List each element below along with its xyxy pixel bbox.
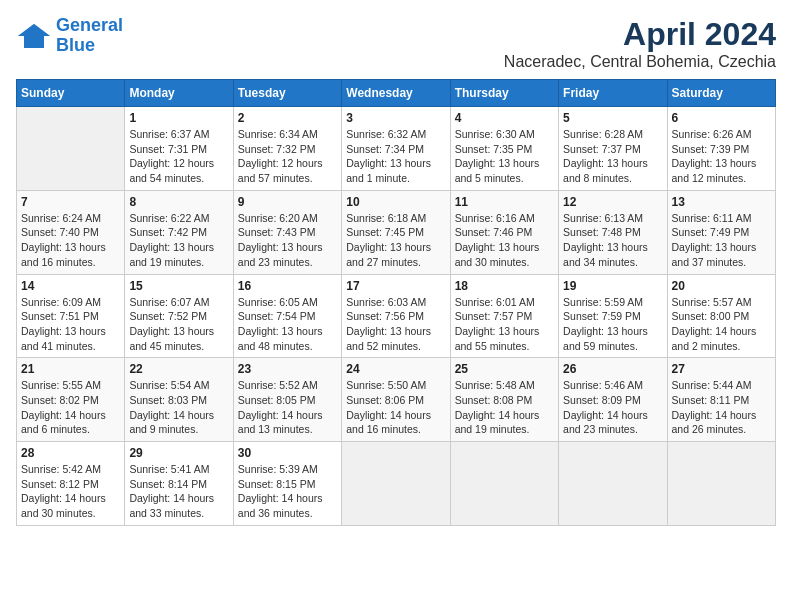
day-number: 13 bbox=[672, 195, 771, 209]
day-info: Sunrise: 5:50 AM Sunset: 8:06 PM Dayligh… bbox=[346, 378, 445, 437]
day-number: 12 bbox=[563, 195, 662, 209]
calendar-cell: 14Sunrise: 6:09 AM Sunset: 7:51 PM Dayli… bbox=[17, 274, 125, 358]
day-info: Sunrise: 5:54 AM Sunset: 8:03 PM Dayligh… bbox=[129, 378, 228, 437]
calendar-week-3: 14Sunrise: 6:09 AM Sunset: 7:51 PM Dayli… bbox=[17, 274, 776, 358]
day-info: Sunrise: 6:24 AM Sunset: 7:40 PM Dayligh… bbox=[21, 211, 120, 270]
day-number: 1 bbox=[129, 111, 228, 125]
day-info: Sunrise: 6:13 AM Sunset: 7:48 PM Dayligh… bbox=[563, 211, 662, 270]
calendar-cell: 11Sunrise: 6:16 AM Sunset: 7:46 PM Dayli… bbox=[450, 190, 558, 274]
calendar-cell bbox=[667, 442, 775, 526]
calendar-week-2: 7Sunrise: 6:24 AM Sunset: 7:40 PM Daylig… bbox=[17, 190, 776, 274]
day-number: 4 bbox=[455, 111, 554, 125]
calendar-cell: 9Sunrise: 6:20 AM Sunset: 7:43 PM Daylig… bbox=[233, 190, 341, 274]
day-info: Sunrise: 6:32 AM Sunset: 7:34 PM Dayligh… bbox=[346, 127, 445, 186]
day-info: Sunrise: 6:37 AM Sunset: 7:31 PM Dayligh… bbox=[129, 127, 228, 186]
day-info: Sunrise: 5:41 AM Sunset: 8:14 PM Dayligh… bbox=[129, 462, 228, 521]
calendar-cell: 22Sunrise: 5:54 AM Sunset: 8:03 PM Dayli… bbox=[125, 358, 233, 442]
day-info: Sunrise: 6:34 AM Sunset: 7:32 PM Dayligh… bbox=[238, 127, 337, 186]
day-info: Sunrise: 5:44 AM Sunset: 8:11 PM Dayligh… bbox=[672, 378, 771, 437]
day-info: Sunrise: 5:39 AM Sunset: 8:15 PM Dayligh… bbox=[238, 462, 337, 521]
day-info: Sunrise: 5:59 AM Sunset: 7:59 PM Dayligh… bbox=[563, 295, 662, 354]
calendar-cell: 25Sunrise: 5:48 AM Sunset: 8:08 PM Dayli… bbox=[450, 358, 558, 442]
calendar-week-1: 1Sunrise: 6:37 AM Sunset: 7:31 PM Daylig… bbox=[17, 107, 776, 191]
day-info: Sunrise: 6:16 AM Sunset: 7:46 PM Dayligh… bbox=[455, 211, 554, 270]
weekday-header-tuesday: Tuesday bbox=[233, 80, 341, 107]
calendar-cell: 15Sunrise: 6:07 AM Sunset: 7:52 PM Dayli… bbox=[125, 274, 233, 358]
day-number: 11 bbox=[455, 195, 554, 209]
month-title: April 2024 bbox=[504, 16, 776, 53]
weekday-header-friday: Friday bbox=[559, 80, 667, 107]
day-number: 15 bbox=[129, 279, 228, 293]
calendar-cell: 19Sunrise: 5:59 AM Sunset: 7:59 PM Dayli… bbox=[559, 274, 667, 358]
day-info: Sunrise: 6:22 AM Sunset: 7:42 PM Dayligh… bbox=[129, 211, 228, 270]
calendar-cell: 30Sunrise: 5:39 AM Sunset: 8:15 PM Dayli… bbox=[233, 442, 341, 526]
calendar-cell: 7Sunrise: 6:24 AM Sunset: 7:40 PM Daylig… bbox=[17, 190, 125, 274]
day-info: Sunrise: 5:42 AM Sunset: 8:12 PM Dayligh… bbox=[21, 462, 120, 521]
logo-blue-text: Blue bbox=[56, 35, 95, 55]
calendar-cell: 23Sunrise: 5:52 AM Sunset: 8:05 PM Dayli… bbox=[233, 358, 341, 442]
day-number: 25 bbox=[455, 362, 554, 376]
calendar-cell: 5Sunrise: 6:28 AM Sunset: 7:37 PM Daylig… bbox=[559, 107, 667, 191]
calendar-body: 1Sunrise: 6:37 AM Sunset: 7:31 PM Daylig… bbox=[17, 107, 776, 526]
day-info: Sunrise: 5:46 AM Sunset: 8:09 PM Dayligh… bbox=[563, 378, 662, 437]
calendar-cell bbox=[559, 442, 667, 526]
day-number: 8 bbox=[129, 195, 228, 209]
day-number: 27 bbox=[672, 362, 771, 376]
calendar-cell: 3Sunrise: 6:32 AM Sunset: 7:34 PM Daylig… bbox=[342, 107, 450, 191]
day-info: Sunrise: 6:18 AM Sunset: 7:45 PM Dayligh… bbox=[346, 211, 445, 270]
calendar-cell: 28Sunrise: 5:42 AM Sunset: 8:12 PM Dayli… bbox=[17, 442, 125, 526]
day-number: 30 bbox=[238, 446, 337, 460]
calendar-cell bbox=[342, 442, 450, 526]
day-number: 19 bbox=[563, 279, 662, 293]
calendar-cell: 10Sunrise: 6:18 AM Sunset: 7:45 PM Dayli… bbox=[342, 190, 450, 274]
title-area: April 2024 Naceradec, Central Bohemia, C… bbox=[504, 16, 776, 71]
day-info: Sunrise: 6:11 AM Sunset: 7:49 PM Dayligh… bbox=[672, 211, 771, 270]
weekday-header-thursday: Thursday bbox=[450, 80, 558, 107]
calendar-cell: 1Sunrise: 6:37 AM Sunset: 7:31 PM Daylig… bbox=[125, 107, 233, 191]
calendar-week-5: 28Sunrise: 5:42 AM Sunset: 8:12 PM Dayli… bbox=[17, 442, 776, 526]
day-number: 28 bbox=[21, 446, 120, 460]
day-info: Sunrise: 6:03 AM Sunset: 7:56 PM Dayligh… bbox=[346, 295, 445, 354]
day-info: Sunrise: 5:48 AM Sunset: 8:08 PM Dayligh… bbox=[455, 378, 554, 437]
day-number: 17 bbox=[346, 279, 445, 293]
day-number: 2 bbox=[238, 111, 337, 125]
day-info: Sunrise: 6:28 AM Sunset: 7:37 PM Dayligh… bbox=[563, 127, 662, 186]
logo-icon bbox=[16, 22, 52, 50]
weekday-header-wednesday: Wednesday bbox=[342, 80, 450, 107]
calendar-cell: 20Sunrise: 5:57 AM Sunset: 8:00 PM Dayli… bbox=[667, 274, 775, 358]
logo-general: General bbox=[56, 15, 123, 35]
calendar-cell: 6Sunrise: 6:26 AM Sunset: 7:39 PM Daylig… bbox=[667, 107, 775, 191]
weekday-header-sunday: Sunday bbox=[17, 80, 125, 107]
calendar-cell: 8Sunrise: 6:22 AM Sunset: 7:42 PM Daylig… bbox=[125, 190, 233, 274]
calendar-cell: 26Sunrise: 5:46 AM Sunset: 8:09 PM Dayli… bbox=[559, 358, 667, 442]
day-info: Sunrise: 6:07 AM Sunset: 7:52 PM Dayligh… bbox=[129, 295, 228, 354]
calendar-cell: 16Sunrise: 6:05 AM Sunset: 7:54 PM Dayli… bbox=[233, 274, 341, 358]
calendar-cell bbox=[17, 107, 125, 191]
day-info: Sunrise: 6:05 AM Sunset: 7:54 PM Dayligh… bbox=[238, 295, 337, 354]
location-title: Naceradec, Central Bohemia, Czechia bbox=[504, 53, 776, 71]
day-info: Sunrise: 6:26 AM Sunset: 7:39 PM Dayligh… bbox=[672, 127, 771, 186]
day-number: 9 bbox=[238, 195, 337, 209]
day-number: 29 bbox=[129, 446, 228, 460]
calendar-cell: 18Sunrise: 6:01 AM Sunset: 7:57 PM Dayli… bbox=[450, 274, 558, 358]
weekday-header-row: SundayMondayTuesdayWednesdayThursdayFrid… bbox=[17, 80, 776, 107]
calendar-week-4: 21Sunrise: 5:55 AM Sunset: 8:02 PM Dayli… bbox=[17, 358, 776, 442]
day-info: Sunrise: 5:57 AM Sunset: 8:00 PM Dayligh… bbox=[672, 295, 771, 354]
day-info: Sunrise: 6:09 AM Sunset: 7:51 PM Dayligh… bbox=[21, 295, 120, 354]
weekday-header-monday: Monday bbox=[125, 80, 233, 107]
day-info: Sunrise: 5:52 AM Sunset: 8:05 PM Dayligh… bbox=[238, 378, 337, 437]
logo: General Blue bbox=[16, 16, 123, 56]
day-number: 5 bbox=[563, 111, 662, 125]
day-info: Sunrise: 6:20 AM Sunset: 7:43 PM Dayligh… bbox=[238, 211, 337, 270]
day-info: Sunrise: 5:55 AM Sunset: 8:02 PM Dayligh… bbox=[21, 378, 120, 437]
day-number: 21 bbox=[21, 362, 120, 376]
day-number: 16 bbox=[238, 279, 337, 293]
day-number: 24 bbox=[346, 362, 445, 376]
calendar-cell: 12Sunrise: 6:13 AM Sunset: 7:48 PM Dayli… bbox=[559, 190, 667, 274]
calendar-cell: 17Sunrise: 6:03 AM Sunset: 7:56 PM Dayli… bbox=[342, 274, 450, 358]
calendar-cell: 2Sunrise: 6:34 AM Sunset: 7:32 PM Daylig… bbox=[233, 107, 341, 191]
calendar-cell: 27Sunrise: 5:44 AM Sunset: 8:11 PM Dayli… bbox=[667, 358, 775, 442]
day-number: 23 bbox=[238, 362, 337, 376]
logo-text-block: General Blue bbox=[56, 16, 123, 56]
weekday-header-saturday: Saturday bbox=[667, 80, 775, 107]
